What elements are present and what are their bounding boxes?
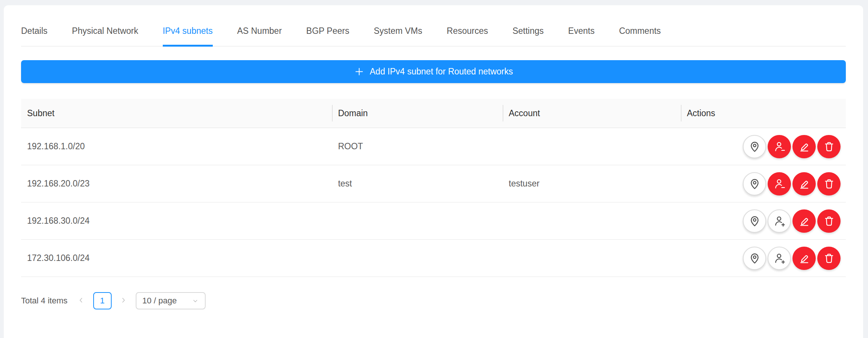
edit-button[interactable] [792, 209, 816, 233]
actions-cell [681, 239, 846, 277]
edit-button[interactable] [792, 247, 816, 270]
location-pin-icon [748, 140, 761, 153]
tab-resources[interactable]: Resources [447, 19, 488, 46]
chevron-right-icon [120, 296, 127, 305]
location-pin-button[interactable] [743, 209, 766, 233]
subnet-cell: 172.30.106.0/24 [21, 239, 332, 277]
chevron-left-icon [77, 296, 85, 305]
plus-icon [354, 67, 364, 77]
user-minus-icon [773, 177, 786, 190]
table-row: 192.168.1.0/20ROOT [21, 128, 846, 165]
user-plus-icon [773, 215, 786, 227]
subnet-cell: 192.168.20.0/23 [21, 165, 332, 202]
location-pin-button[interactable] [743, 247, 766, 270]
location-pin-button[interactable] [743, 135, 766, 158]
tab-physical-network[interactable]: Physical Network [72, 19, 138, 46]
table-header-row: Subnet Domain Account Actions [21, 99, 846, 128]
domain-cell: test [332, 165, 503, 202]
edit-icon [798, 177, 810, 190]
tab-bar: DetailsPhysical NetworkIPv4 subnetsAS Nu… [21, 5, 846, 47]
previous-page-button[interactable] [76, 293, 87, 309]
location-pin-icon [748, 252, 761, 264]
user-minus-button[interactable] [768, 135, 791, 158]
tab-comments[interactable]: Comments [619, 19, 661, 46]
delete-button[interactable] [817, 172, 841, 196]
tab-settings[interactable]: Settings [512, 19, 544, 46]
domain-cell [332, 202, 503, 239]
next-page-button[interactable] [118, 293, 129, 309]
ipv4-subnets-table: Subnet Domain Account Actions 192.168.1.… [21, 99, 846, 277]
tab-events[interactable]: Events [568, 19, 594, 46]
actions-cell [681, 202, 846, 239]
tab-details[interactable]: Details [21, 19, 47, 46]
tab-as-number[interactable]: AS Number [237, 19, 282, 46]
table-row: 192.168.20.0/23testtestuser [21, 165, 846, 202]
domain-cell: ROOT [332, 128, 503, 165]
page-number-button[interactable]: 1 [93, 292, 112, 309]
column-header-subnet: Subnet [21, 99, 332, 128]
account-cell [503, 128, 681, 165]
account-cell: testuser [503, 165, 681, 202]
edit-icon [798, 252, 810, 264]
page-size-label: 10 / page [142, 296, 177, 306]
actions-cell [681, 165, 846, 202]
edit-button[interactable] [792, 172, 816, 196]
subnet-cell: 192.168.30.0/24 [21, 202, 332, 239]
delete-button[interactable] [817, 209, 841, 233]
pagination-total: Total 4 items [21, 296, 68, 306]
delete-icon [823, 215, 835, 227]
location-pin-button[interactable] [743, 172, 766, 196]
account-cell [503, 202, 681, 239]
tab-system-vms[interactable]: System VMs [374, 19, 422, 46]
account-cell [503, 239, 681, 277]
user-plus-icon [773, 252, 786, 264]
user-minus-button[interactable] [768, 172, 791, 196]
delete-button[interactable] [817, 247, 841, 270]
tab-ipv4-subnets[interactable]: IPv4 subnets [163, 19, 213, 46]
table-row: 172.30.106.0/24 [21, 239, 846, 277]
user-plus-button[interactable] [768, 209, 791, 233]
subnet-cell: 192.168.1.0/20 [21, 128, 332, 165]
network-details-card: DetailsPhysical NetworkIPv4 subnetsAS Nu… [4, 5, 863, 338]
table-body: 192.168.1.0/20ROOT192.168.20.0/23testtes… [21, 128, 846, 277]
location-pin-icon [748, 177, 761, 190]
delete-icon [823, 177, 835, 190]
delete-button[interactable] [817, 135, 841, 158]
table-row: 192.168.30.0/24 [21, 202, 846, 239]
page-size-select[interactable]: 10 / page [136, 292, 206, 309]
pagination: Total 4 items 1 10 / page [21, 292, 846, 309]
user-plus-button[interactable] [768, 247, 791, 270]
location-pin-icon [748, 215, 761, 227]
delete-icon [823, 252, 835, 264]
column-header-domain: Domain [332, 99, 503, 128]
delete-icon [823, 140, 835, 153]
domain-cell [332, 239, 503, 277]
chevron-down-icon [192, 297, 199, 305]
tab-bgp-peers[interactable]: BGP Peers [306, 19, 350, 46]
column-header-account: Account [503, 99, 681, 128]
column-header-actions: Actions [681, 99, 846, 128]
actions-cell [681, 128, 846, 165]
add-ipv4-subnet-button-label: Add IPv4 subnet for Routed networks [370, 67, 513, 77]
edit-icon [798, 215, 810, 227]
edit-icon [798, 140, 810, 153]
edit-button[interactable] [792, 135, 816, 158]
add-ipv4-subnet-button[interactable]: Add IPv4 subnet for Routed networks [21, 60, 846, 83]
user-minus-icon [773, 140, 786, 153]
